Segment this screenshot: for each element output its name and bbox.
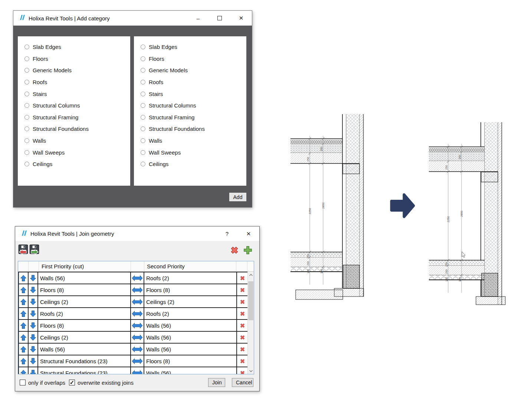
category-option[interactable]: Floors xyxy=(24,53,130,65)
category-option[interactable]: Ceilings xyxy=(141,158,246,170)
only-if-overlaps-checkbox[interactable]: ✓ xyxy=(20,380,26,385)
swap-button[interactable] xyxy=(131,284,144,295)
delete-row-button[interactable] xyxy=(237,308,247,319)
move-down-button[interactable] xyxy=(29,284,38,295)
category-option[interactable]: Roofs xyxy=(24,76,130,88)
first-priority-cell[interactable]: Walls (56) xyxy=(38,344,131,355)
header-move-down xyxy=(29,261,39,271)
category-option[interactable]: Structural Foundations xyxy=(141,123,246,135)
move-down-button[interactable] xyxy=(29,344,38,355)
move-up-button[interactable] xyxy=(19,344,29,355)
move-up-button[interactable] xyxy=(19,308,29,319)
swap-button[interactable] xyxy=(131,332,144,343)
second-priority-cell[interactable]: Walls (56) xyxy=(144,320,237,331)
second-priority-cell[interactable]: Floors (8) xyxy=(144,355,237,367)
maximize-button[interactable] xyxy=(209,11,230,26)
swap-button[interactable] xyxy=(131,367,144,374)
category-option[interactable]: Slab Edges xyxy=(24,41,130,53)
move-up-button[interactable] xyxy=(19,367,29,374)
category-option[interactable]: Structural Columns xyxy=(24,100,130,112)
second-priority-cell[interactable]: Floors (8) xyxy=(144,284,237,295)
swap-button[interactable] xyxy=(131,320,144,331)
delete-row-button[interactable] xyxy=(237,367,247,374)
category-option[interactable]: Stairs xyxy=(24,88,130,100)
close-button[interactable]: ✕ xyxy=(230,11,252,26)
swap-button[interactable] xyxy=(131,308,144,319)
swap-button[interactable] xyxy=(131,355,144,367)
category-option[interactable]: Generic Models xyxy=(24,64,130,76)
first-priority-cell[interactable]: Roofs (2) xyxy=(38,308,131,319)
move-up-button[interactable] xyxy=(19,296,29,307)
help-button[interactable]: ? xyxy=(216,226,238,241)
first-priority-cell[interactable]: Ceilings (2) xyxy=(38,296,131,307)
delete-row-button[interactable] xyxy=(237,332,247,343)
first-priority-cell[interactable]: Floors (8) xyxy=(38,284,131,295)
table-scrollbar[interactable] xyxy=(247,272,254,374)
second-priority-cell[interactable]: Walls (56) xyxy=(144,367,237,374)
move-down-button[interactable] xyxy=(29,367,38,374)
category-option[interactable]: Slab Edges xyxy=(141,41,246,53)
delete-row-button[interactable] xyxy=(237,272,247,284)
move-down-button[interactable] xyxy=(29,332,38,343)
category-option[interactable]: Structural Framing xyxy=(24,112,130,123)
import-joins-button[interactable] xyxy=(18,244,28,255)
move-down-button[interactable] xyxy=(29,272,38,284)
category-label: Structural Columns xyxy=(149,102,196,109)
second-priority-cell[interactable]: Ceilings (2) xyxy=(144,296,237,307)
first-priority-cell[interactable]: Walls (56) xyxy=(38,272,131,284)
move-up-button[interactable] xyxy=(19,284,29,295)
move-down-button[interactable] xyxy=(29,308,38,319)
second-priority-cell[interactable]: Roofs (2) xyxy=(144,272,237,284)
join-button[interactable]: Join xyxy=(208,378,225,387)
category-label: Stairs xyxy=(149,91,163,97)
category-option[interactable]: Wall Sweeps xyxy=(24,146,130,158)
scrollbar-thumb[interactable] xyxy=(248,281,253,320)
category-option[interactable]: Walls xyxy=(141,135,246,147)
move-up-button[interactable] xyxy=(19,272,29,284)
second-priority-cell[interactable]: Roofs (2) xyxy=(144,308,237,319)
delete-row-button[interactable] xyxy=(237,284,247,295)
first-priority-cell[interactable]: Floors (8) xyxy=(38,320,131,331)
move-up-button[interactable] xyxy=(19,320,29,331)
move-down-button[interactable] xyxy=(29,355,38,367)
add-dialog-titlebar[interactable]: Holixa Revit Tools | Add category – ✕ xyxy=(13,11,252,26)
join-dialog-titlebar[interactable]: Holixa Revit Tools | Join geometry ? ✕ xyxy=(15,226,259,241)
minimize-button[interactable]: – xyxy=(187,11,209,26)
category-option[interactable]: Stairs xyxy=(141,88,246,100)
category-option[interactable]: Roofs xyxy=(141,76,246,88)
delete-row-button[interactable] xyxy=(237,355,247,367)
move-up-button[interactable] xyxy=(19,355,29,367)
delete-row-button[interactable] xyxy=(237,344,247,355)
swap-button[interactable] xyxy=(131,296,144,307)
add-button[interactable]: Add xyxy=(229,193,246,201)
delete-all-button[interactable] xyxy=(229,245,239,256)
move-down-button[interactable] xyxy=(29,320,38,331)
category-option[interactable]: Ceilings xyxy=(24,158,130,170)
category-option[interactable]: Structural Foundations xyxy=(24,123,130,135)
move-up-button[interactable] xyxy=(19,332,29,343)
move-down-button[interactable] xyxy=(29,296,38,307)
export-joins-button[interactable] xyxy=(29,244,39,255)
second-priority-cell[interactable]: Walls (56) xyxy=(144,344,237,355)
category-option[interactable]: Wall Sweeps xyxy=(141,146,246,158)
scroll-up-icon[interactable] xyxy=(248,272,254,278)
close-button[interactable]: ✕ xyxy=(238,226,259,241)
category-option[interactable]: Walls xyxy=(24,135,130,147)
scroll-down-icon[interactable] xyxy=(248,368,254,374)
category-option[interactable]: Generic Models xyxy=(141,64,246,76)
dim-label: 250 xyxy=(306,157,310,162)
first-priority-cell[interactable]: Structural Foundations (23) xyxy=(38,367,131,374)
category-option[interactable]: Structural Framing xyxy=(141,112,246,123)
swap-button[interactable] xyxy=(131,344,144,355)
delete-row-button[interactable] xyxy=(237,320,247,331)
category-option[interactable]: Structural Columns xyxy=(141,100,246,112)
add-row-button[interactable] xyxy=(243,245,253,256)
delete-row-button[interactable] xyxy=(237,296,247,307)
category-option[interactable]: Floors xyxy=(141,53,246,65)
cancel-button[interactable]: Cancel xyxy=(232,378,253,387)
swap-button[interactable] xyxy=(131,272,144,284)
first-priority-cell[interactable]: Structural Foundations (23) xyxy=(38,355,131,367)
overwrite-existing-joins-checkbox[interactable]: ✓ xyxy=(69,380,75,385)
second-priority-cell[interactable]: Walls (56) xyxy=(144,332,237,343)
first-priority-cell[interactable]: Ceilings (2) xyxy=(38,332,131,343)
